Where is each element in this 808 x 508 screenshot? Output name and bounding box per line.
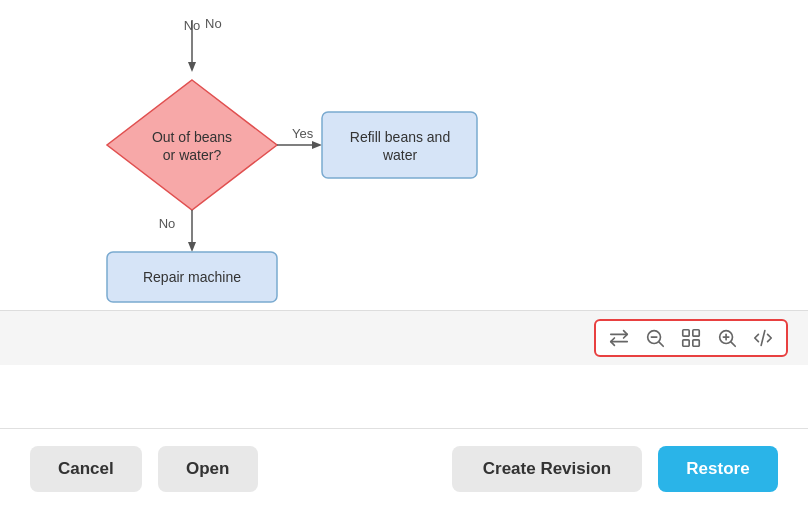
svg-line-17 <box>761 331 765 346</box>
svg-marker-3 <box>312 141 322 149</box>
zoom-out-icon[interactable] <box>644 327 666 349</box>
create-revision-button[interactable]: Create Revision <box>452 446 642 492</box>
diagram-area: No Out of beans or water? Yes Refill bea… <box>0 0 808 310</box>
svg-line-8 <box>659 342 663 346</box>
svg-line-16 <box>731 342 735 346</box>
arrows-icon[interactable] <box>608 327 630 349</box>
code-icon[interactable] <box>752 327 774 349</box>
svg-rect-9 <box>683 330 689 336</box>
svg-marker-1 <box>188 62 196 72</box>
svg-rect-12 <box>693 340 699 346</box>
no-top-display: No <box>205 16 222 31</box>
toolbar-area <box>0 310 808 365</box>
yes-label: Yes <box>292 126 314 141</box>
repair-label: Repair machine <box>143 269 241 285</box>
flowchart-svg: No Out of beans or water? Yes Refill bea… <box>0 0 808 310</box>
no-bottom-label: No <box>159 216 176 231</box>
diamond-label-1: Out of beans <box>152 129 232 145</box>
decision-diamond <box>107 80 277 210</box>
refill-node <box>322 112 477 178</box>
svg-marker-5 <box>188 242 196 252</box>
svg-rect-11 <box>683 340 689 346</box>
svg-rect-10 <box>693 330 699 336</box>
cancel-button[interactable]: Cancel <box>30 446 142 492</box>
refill-label-2: water <box>382 147 418 163</box>
bottom-bar: Cancel Open Create Revision Restore <box>0 428 808 508</box>
open-button[interactable]: Open <box>158 446 258 492</box>
toolbar-highlight <box>594 319 788 357</box>
zoom-in-icon[interactable] <box>716 327 738 349</box>
diamond-label-2: or water? <box>163 147 222 163</box>
restore-button[interactable]: Restore <box>658 446 778 492</box>
refill-label-1: Refill beans and <box>350 129 450 145</box>
target-icon[interactable] <box>680 327 702 349</box>
